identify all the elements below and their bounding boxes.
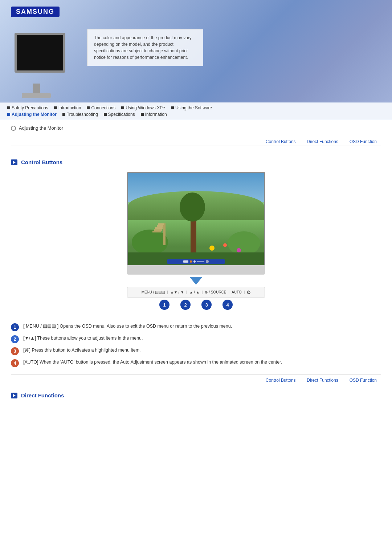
desc-text-2: [▼/▲] These buttons allow you to adjust … bbox=[23, 335, 143, 342]
tab-bottom-osd-function[interactable]: OSD Function bbox=[345, 378, 381, 383]
ctrl-power-label: ⏻ bbox=[247, 290, 250, 294]
arrow-icon-2 bbox=[13, 394, 16, 397]
nav-item-specifications[interactable]: Specifications bbox=[104, 111, 141, 118]
ctrl-ud2-label: ▲ / ▲ bbox=[189, 290, 200, 294]
nav-item-introduction[interactable]: Introduction bbox=[54, 105, 87, 111]
garden-image bbox=[128, 173, 264, 265]
arrow-icon bbox=[13, 161, 16, 164]
nav-bullet bbox=[104, 113, 107, 116]
monitor-display bbox=[127, 172, 265, 266]
section1-title: Control Buttons bbox=[21, 159, 62, 165]
breadcrumb-label: Adjusting the Monitor bbox=[19, 125, 63, 131]
nav-row-2: Adjusting the Monitor Troubleshooting Sp… bbox=[7, 111, 385, 118]
tab-control-buttons[interactable]: Control Buttons bbox=[261, 139, 300, 144]
tab-bottom-direct-functions[interactable]: Direct Functions bbox=[302, 378, 343, 383]
nav-bullet bbox=[62, 113, 65, 116]
nav-bullet bbox=[7, 106, 10, 109]
num-circle-4: 4 bbox=[222, 300, 233, 310]
banner-description: The color and appearance of the product … bbox=[87, 29, 203, 66]
desc-text-3: [⌘] Press this button to Activates a hig… bbox=[23, 347, 141, 354]
header-banner: SAMSUNG The color and appearance of the … bbox=[0, 0, 392, 102]
ctrl-source-label: ⊕ / SOURCE bbox=[205, 290, 226, 294]
section2-title: Direct Functions bbox=[21, 392, 64, 398]
nav-item-information[interactable]: Information bbox=[141, 111, 173, 118]
ctrl-ud-label: ▲▼ / ▼ bbox=[170, 290, 184, 294]
navigation-bar: Safety Precautions Introduction Connecti… bbox=[0, 102, 392, 120]
desc-item-1: 1 [ MENU / ▤▤▤ ] Opens the OSD menu. Als… bbox=[11, 323, 381, 331]
tab-bottom-control-buttons[interactable]: Control Buttons bbox=[261, 378, 300, 383]
section2-heading: Direct Functions bbox=[11, 392, 381, 398]
control-buttons-display: MENU / ▤▤▤ | ▲▼ / ▼ | ▲ / ▲ | ⊕ / SOURCE… bbox=[127, 287, 265, 297]
nav-item-troubleshooting[interactable]: Troubleshooting bbox=[62, 111, 104, 118]
num-circle-3: 3 bbox=[201, 300, 212, 310]
tab-direct-functions[interactable]: Direct Functions bbox=[302, 139, 343, 144]
monitor-bottom-bar bbox=[127, 265, 265, 275]
nav-bullet bbox=[141, 113, 144, 116]
desc-num-1: 1 bbox=[11, 323, 19, 331]
section2-icon bbox=[11, 393, 17, 398]
nav-bullet bbox=[171, 106, 174, 109]
desc-item-3: 3 [⌘] Press this button to Activates a h… bbox=[11, 347, 381, 355]
samsung-logo: SAMSUNG bbox=[11, 7, 60, 17]
tab-links-bottom: Control Buttons Direct Functions OSD Fun… bbox=[11, 374, 381, 389]
nav-item-windows[interactable]: Using Windows XPe bbox=[121, 105, 171, 111]
num-circle-2: 2 bbox=[180, 300, 191, 310]
section1-icon bbox=[11, 159, 17, 165]
breadcrumb: Adjusting the Monitor bbox=[0, 120, 392, 136]
nav-row-1: Safety Precautions Introduction Connecti… bbox=[7, 105, 385, 111]
nav-bullet-active bbox=[7, 113, 10, 116]
breadcrumb-icon bbox=[11, 126, 16, 131]
monitor-illustration bbox=[11, 29, 76, 102]
desc-text-4: [AUTO] When the 'AUTO' button is pressed… bbox=[23, 359, 282, 366]
ctrl-auto-label: AUTO bbox=[232, 290, 242, 294]
monitor-diagram: MENU / ▤▤▤ | ▲▼ / ▼ | ▲ / ▲ | ⊕ / SOURCE… bbox=[127, 172, 265, 316]
nav-item-software[interactable]: Using the Software bbox=[171, 105, 218, 111]
tab-links-top: Control Buttons Direct Functions OSD Fun… bbox=[0, 136, 392, 146]
desc-num-2: 2 bbox=[11, 335, 19, 343]
nav-item-adjusting[interactable]: Adjusting the Monitor bbox=[7, 111, 62, 118]
arrow-down bbox=[127, 277, 265, 285]
desc-item-4: 4 [AUTO] When the 'AUTO' button is press… bbox=[11, 359, 381, 367]
desc-num-4: 4 bbox=[11, 359, 19, 367]
section1-heading: Control Buttons bbox=[11, 159, 381, 165]
nav-bullet bbox=[121, 106, 124, 109]
desc-text-1: [ MENU / ▤▤▤ ] Opens the OSD menu. Also … bbox=[23, 323, 232, 330]
nav-item-safety[interactable]: Safety Precautions bbox=[7, 105, 54, 111]
num-circle-1: 1 bbox=[159, 300, 170, 310]
nav-bullet bbox=[87, 106, 90, 109]
desc-item-2: 2 [▼/▲] These buttons allow you to adjus… bbox=[11, 335, 381, 343]
description-list: 1 [ MENU / ▤▤▤ ] Opens the OSD menu. Als… bbox=[11, 323, 381, 367]
main-content: Control Buttons bbox=[0, 152, 392, 416]
down-arrow-icon bbox=[189, 277, 203, 285]
tab-osd-function[interactable]: OSD Function bbox=[345, 139, 381, 144]
ctrl-menu-label: MENU / ▤▤▤ bbox=[142, 290, 165, 294]
nav-item-connections[interactable]: Connections bbox=[87, 105, 121, 111]
nav-bullet bbox=[54, 106, 57, 109]
monitor-diagram-container: MENU / ▤▤▤ | ▲▼ / ▼ | ▲ / ▲ | ⊕ / SOURCE… bbox=[11, 172, 381, 316]
desc-num-3: 3 bbox=[11, 347, 19, 355]
numbered-circles-row: 1 2 3 4 bbox=[127, 300, 265, 310]
